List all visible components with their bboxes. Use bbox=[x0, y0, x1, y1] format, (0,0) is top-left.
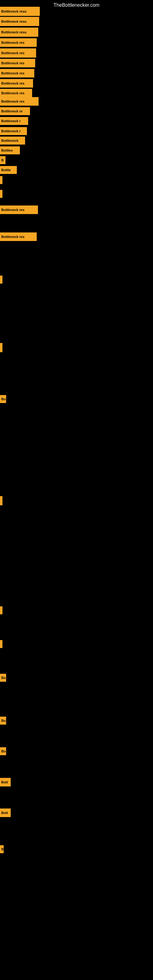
bottleneck-bar: Bottleneck res bbox=[0, 69, 34, 78]
bottleneck-bar: Bottleneck res bbox=[0, 89, 32, 97]
bottleneck-bar: Bottle bbox=[0, 166, 17, 174]
bottleneck-bar: Bottleneck r bbox=[0, 117, 28, 125]
bottleneck-bar: Bo bbox=[0, 717, 6, 725]
bottleneck-bar: B bbox=[0, 845, 4, 853]
bottleneck-bar: Bottleneck res bbox=[0, 79, 33, 88]
bottleneck-bar bbox=[0, 343, 2, 352]
bottleneck-bar bbox=[0, 606, 2, 614]
bottleneck-bar bbox=[0, 640, 2, 648]
bottleneck-bar: Bottleneck re bbox=[0, 107, 30, 115]
bottleneck-bar: Bottleneck bbox=[0, 137, 25, 145]
bottleneck-bar: Bo bbox=[0, 747, 6, 755]
bottleneck-bar: Bo bbox=[0, 674, 6, 682]
bottleneck-bar: Bo bbox=[0, 395, 6, 403]
bottleneck-bar bbox=[0, 275, 2, 283]
bottleneck-bar: Bottleneck resu bbox=[0, 27, 38, 37]
bottleneck-bar: Bottleneck r bbox=[0, 127, 27, 135]
bottleneck-bar: Bottleneck res bbox=[0, 59, 35, 67]
bottleneck-bar: Bott bbox=[0, 778, 11, 786]
bottleneck-bar bbox=[0, 176, 2, 184]
bottleneck-bar: Bottleneck res bbox=[0, 97, 38, 106]
bottleneck-bar bbox=[0, 496, 2, 505]
bottleneck-bar bbox=[0, 190, 2, 198]
bottleneck-bar: Bottlen bbox=[0, 146, 20, 154]
bottleneck-bar: B bbox=[0, 156, 5, 164]
bottleneck-bar: Bottleneck resu bbox=[0, 7, 40, 16]
bottleneck-bar: Bottleneck res bbox=[0, 48, 36, 57]
bottleneck-bar: Bott bbox=[0, 808, 11, 817]
bottleneck-bar: Bottleneck res bbox=[0, 205, 38, 214]
bottleneck-bar: Bottleneck res bbox=[0, 232, 37, 241]
bottleneck-bar: Bottleneck res bbox=[0, 38, 37, 47]
bottleneck-bar: Bottleneck resu bbox=[0, 17, 39, 26]
